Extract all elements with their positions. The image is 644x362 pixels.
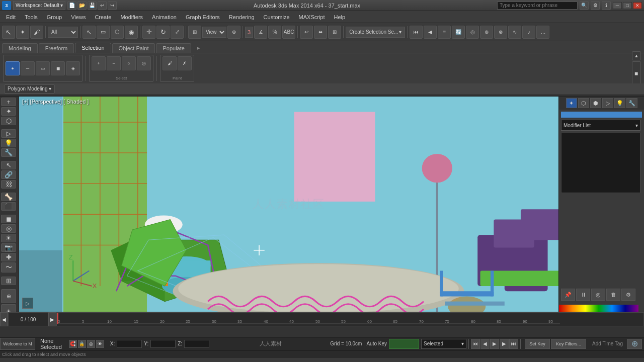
- menu-maxscript[interactable]: MAXScript: [295, 13, 329, 21]
- ribbon-btn-top[interactable]: ▲: [632, 51, 641, 60]
- helpers-button[interactable]: ✚: [1, 253, 16, 261]
- menu-views[interactable]: Views: [67, 13, 90, 21]
- workspace-selector[interactable]: Workspace: Default ▾: [13, 1, 65, 10]
- geometry-button[interactable]: ◼: [1, 215, 16, 223]
- xref-scene-button[interactable]: ⊗: [494, 26, 507, 39]
- search-input[interactable]: [497, 2, 578, 10]
- filter-dropdown[interactable]: All: [48, 27, 78, 38]
- menu-graph-editors[interactable]: Graph Editors: [182, 13, 224, 21]
- sun-button[interactable]: ☀: [1, 304, 16, 312]
- select-ring-button[interactable]: ◎: [137, 56, 151, 70]
- align-button[interactable]: ⊞: [328, 26, 341, 39]
- remove-modifier-button[interactable]: 🗑: [606, 289, 620, 301]
- element-mode-button[interactable]: ◈: [66, 61, 80, 75]
- hierarchy-panel-button[interactable]: ⬡: [1, 117, 16, 125]
- select-loop-button[interactable]: ○: [122, 56, 136, 70]
- create-selection-button[interactable]: Create Selection Se... ▾: [346, 27, 405, 38]
- layer-manager-button[interactable]: ≡: [438, 26, 451, 39]
- bones-button[interactable]: 🦴: [1, 193, 16, 201]
- add-time-tag-button[interactable]: Add Time Tag: [590, 341, 625, 346]
- select-tool-button[interactable]: ↖: [2, 26, 15, 39]
- undo-view-button[interactable]: ↩: [300, 26, 313, 39]
- frame-counter[interactable]: 0 / 100: [8, 312, 48, 326]
- isolate-status-icon[interactable]: ◎: [87, 340, 95, 348]
- close-button[interactable]: ✕: [633, 2, 642, 9]
- make-unique-button[interactable]: ◎: [591, 289, 605, 301]
- curve-editor-button[interactable]: ∿: [508, 26, 521, 39]
- utilities-panel-tab[interactable]: 🔧: [626, 98, 637, 108]
- undo-button[interactable]: ↩: [98, 1, 107, 10]
- lights-button[interactable]: ☀: [1, 234, 16, 242]
- pin-stack-button[interactable]: 📌: [561, 289, 575, 301]
- key-filters-button[interactable]: Key Filters...: [551, 339, 586, 349]
- key-filter-dropdown[interactable]: Selected ▾: [421, 339, 466, 349]
- timeline-scroll-left-button[interactable]: ◀: [0, 312, 8, 326]
- mirror-button[interactable]: ⬌: [314, 26, 327, 39]
- prev-frame-button[interactable]: ◀: [424, 26, 437, 39]
- select-region-button[interactable]: ▭: [97, 26, 110, 39]
- dope-sheet-button[interactable]: ♪: [522, 26, 535, 39]
- skin-button[interactable]: ⬛: [1, 202, 16, 211]
- modify-panel-tab[interactable]: ⬡: [578, 98, 589, 108]
- play-button[interactable]: ▶: [490, 339, 499, 349]
- z-value-field[interactable]: [184, 340, 209, 348]
- show-end-button[interactable]: ⏸: [576, 289, 590, 301]
- tab-object-paint[interactable]: Object Paint: [112, 43, 155, 53]
- display-panel-tab[interactable]: 💡: [614, 98, 625, 108]
- menu-edit[interactable]: Edit: [2, 13, 20, 21]
- autokey-toggle-button[interactable]: [389, 339, 419, 349]
- create-panel-tab[interactable]: ✦: [566, 98, 577, 108]
- lock-status-icon[interactable]: 🔒: [78, 340, 86, 348]
- new-file-button[interactable]: 📄: [67, 1, 76, 10]
- more-tools-button[interactable]: …: [536, 26, 549, 39]
- shapes-button[interactable]: ◎: [1, 224, 16, 233]
- navigation-sphere[interactable]: ⊕: [627, 339, 642, 349]
- grow-selection-button[interactable]: +: [92, 56, 106, 70]
- prev-frame-button[interactable]: ◀: [480, 339, 490, 349]
- paint-sel-button[interactable]: 🖌: [163, 56, 177, 70]
- menu-animation[interactable]: Animation: [148, 13, 181, 21]
- edge-mode-button[interactable]: ─: [21, 61, 35, 75]
- percent-snap-button[interactable]: %: [268, 26, 281, 39]
- display-status-icon[interactable]: 👁: [96, 340, 104, 348]
- link-button[interactable]: 🔗: [1, 170, 16, 179]
- timeline-track[interactable]: 0 5 10 15 20 25 30 35 40 45 50 55 60 65 …: [56, 312, 644, 326]
- menu-help[interactable]: Help: [330, 13, 350, 21]
- ribbon-btn-mid[interactable]: ◼: [632, 61, 641, 85]
- save-file-button[interactable]: 💾: [88, 1, 97, 10]
- xref-objects-button[interactable]: ⊚: [480, 26, 493, 39]
- angle-snap-button[interactable]: ∡: [254, 26, 267, 39]
- cameras-button[interactable]: 📷: [1, 243, 16, 252]
- spacewarps-button[interactable]: 〜: [1, 262, 16, 273]
- open-file-button[interactable]: 📂: [77, 1, 87, 10]
- zoom-button[interactable]: ⊕: [1, 289, 16, 303]
- tab-freeform[interactable]: Freeform: [39, 43, 74, 53]
- menu-customize[interactable]: Customize: [260, 13, 294, 21]
- search-button[interactable]: 🔍: [580, 1, 589, 10]
- minimize-button[interactable]: ─: [613, 2, 622, 9]
- go-first-frame-button[interactable]: ⏮: [410, 26, 423, 39]
- y-value-field[interactable]: [150, 340, 176, 348]
- shrink-selection-button[interactable]: −: [107, 56, 121, 70]
- paint-select-button[interactable]: 🖌: [30, 26, 43, 39]
- snap-status-icon[interactable]: 🧲: [69, 340, 77, 348]
- tab-selection[interactable]: Selection: [75, 43, 111, 53]
- viewport-play-button[interactable]: ▷: [22, 298, 33, 309]
- utilities-panel-button[interactable]: 🔧: [1, 148, 16, 157]
- rotate-button[interactable]: ↻: [156, 26, 170, 39]
- select-paint-button[interactable]: ◉: [125, 26, 138, 39]
- set-key-button[interactable]: Set Key: [525, 339, 550, 349]
- select-object-button[interactable]: ↖: [83, 26, 96, 39]
- select-move-button[interactable]: ✛: [142, 26, 155, 39]
- vertex-mode-button[interactable]: ●: [6, 61, 20, 75]
- viewport[interactable]: [+] [Perspective] [ Shaded ] RIGHT: [19, 97, 558, 312]
- go-start-button[interactable]: ⏮: [471, 339, 480, 349]
- redo-button[interactable]: ↪: [108, 1, 117, 10]
- freeform-select-button[interactable]: ✦: [16, 26, 29, 39]
- scale-button[interactable]: ⤢: [171, 26, 184, 39]
- go-end-button[interactable]: ⏭: [509, 339, 518, 349]
- menu-modifiers[interactable]: Modifiers: [116, 13, 147, 21]
- view-dropdown[interactable]: View: [202, 27, 226, 38]
- polygon-mode-button[interactable]: ◼: [51, 61, 65, 75]
- modify-panel-button[interactable]: ✦: [1, 107, 16, 116]
